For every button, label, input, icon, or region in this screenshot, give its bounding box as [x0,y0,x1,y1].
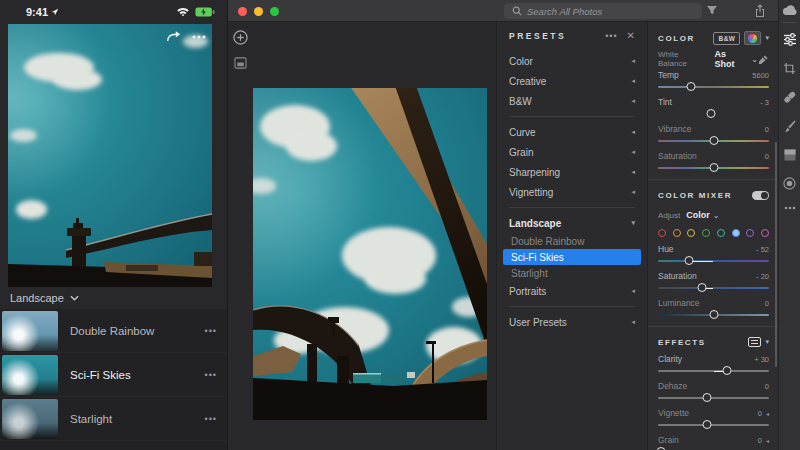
preset-group-user-presets[interactable]: User Presets◂ [509,312,635,332]
channel-green[interactable] [702,229,710,237]
mixer-saturation-value: - 20 [756,272,769,281]
preset-group-curve[interactable]: Curve◂ [509,122,635,142]
close-icon[interactable]: ✕ [627,30,635,41]
slider-knob[interactable] [707,109,716,118]
highway-scene [253,88,487,420]
channel-blue-selected[interactable] [732,229,740,237]
grid-view-icon[interactable] [234,57,247,69]
vibrance-slider[interactable] [658,136,769,146]
list-item-scifi-skies[interactable]: Sci-Fi Skies ••• [0,353,227,397]
filter-icon[interactable] [706,4,718,16]
close-window-button[interactable] [238,7,247,16]
bw-toggle-button[interactable]: B&W [713,32,740,45]
list-item-starlight[interactable]: Starlight ••• [0,397,227,441]
effects-amount-icon[interactable] [748,337,761,347]
expand-options-icon[interactable]: ◂ [766,410,769,417]
preset-group-grain[interactable]: Grain◂ [509,142,635,162]
minimize-window-button[interactable] [254,7,263,16]
slider-knob[interactable] [709,136,718,145]
overpass-scene [8,24,212,287]
preset-item-scifi-skies-selected[interactable]: Sci-Fi Skies [503,249,641,265]
slider-knob[interactable] [709,310,718,319]
dehaze-slider[interactable] [658,393,769,403]
channel-aqua[interactable] [717,229,725,237]
add-photos-icon[interactable] [233,30,248,45]
mixer-saturation-slider[interactable] [658,283,769,293]
radial-gradient-icon[interactable] [783,177,796,190]
healing-brush-icon[interactable] [783,91,796,104]
brush-icon[interactable] [784,120,796,133]
hue-slider[interactable] [658,256,769,266]
saturation-slider[interactable] [658,163,769,173]
preset-item-double-rainbow[interactable]: Double Rainbow [509,233,635,249]
preset-group-color[interactable]: Color◂ [509,51,635,71]
preset-group-bw[interactable]: B&W◂ [509,91,635,111]
vignette-label: Vignette [658,408,758,418]
divider [783,22,797,23]
search-input[interactable]: Search All Photos [504,3,702,19]
preset-group-vignetting[interactable]: Vignetting◂ [509,182,635,202]
preset-name: Sci-Fi Skies [70,369,193,381]
slider-knob[interactable] [702,420,711,429]
more-tools-icon[interactable] [784,206,796,210]
luminance-slider[interactable] [658,310,769,320]
zoom-window-button[interactable] [270,7,279,16]
slider-knob[interactable] [698,283,707,292]
expand-options-icon[interactable]: ◂ [766,437,769,444]
presets-more-icon[interactable]: ••• [605,31,617,41]
section-chevron-icon[interactable]: ▾ [765,34,769,42]
scrollbar[interactable] [775,142,777,367]
preset-group-creative[interactable]: Creative◂ [509,71,635,91]
list-item-double-rainbow[interactable]: Double Rainbow ••• [0,309,227,353]
slider-knob[interactable] [687,82,696,91]
mixer-enable-toggle[interactable] [752,191,769,200]
tint-value: - 3 [760,98,769,107]
clarity-slider[interactable] [658,366,769,376]
slider-knob[interactable] [709,163,718,172]
tint-slider[interactable] [658,109,769,119]
vignette-slider[interactable] [658,420,769,430]
channel-orange[interactable] [673,229,681,237]
more-icon[interactable]: ••• [205,370,217,380]
phone-status-bar: 9:41 [0,0,227,24]
dehaze-value: 0 [765,382,769,391]
share-icon[interactable] [166,30,182,43]
adjust-value[interactable]: Color [686,210,710,220]
slider-knob[interactable] [722,366,731,375]
channel-yellow[interactable] [687,229,695,237]
crop-icon[interactable] [783,62,796,75]
cloud-sync-icon[interactable] [782,5,798,16]
slider-knob[interactable] [685,256,694,265]
slider-knob[interactable] [702,393,711,402]
chevron-down-icon: ⌄ [751,55,758,64]
linear-gradient-icon[interactable] [784,149,796,161]
preset-group-portraits[interactable]: Portraits◂ [509,281,635,301]
export-share-icon[interactable] [754,4,766,17]
collapse-icon: ◂ [631,77,635,85]
section-chevron-icon[interactable]: ▾ [765,338,769,346]
expand-icon: ▾ [631,219,635,227]
more-icon[interactable]: ••• [205,326,217,336]
divider [648,179,778,180]
more-icon[interactable] [192,35,206,39]
channel-red[interactable] [658,229,666,237]
edit-sliders-icon[interactable] [783,33,797,46]
collection-header[interactable]: Landscape [0,287,227,309]
channel-purple[interactable] [746,229,754,237]
eyedropper-icon[interactable] [758,54,769,65]
channel-magenta[interactable] [761,229,769,237]
phone-photo[interactable] [8,24,212,287]
preset-group-sharpening[interactable]: Sharpening◂ [509,162,635,182]
temp-slider[interactable] [658,82,769,92]
preset-item-starlight[interactable]: Starlight [509,265,635,281]
preset-group-landscape[interactable]: Landscape▾ [509,213,635,233]
title-bar: Search All Photos [228,0,778,22]
chevron-down-icon [70,295,79,301]
color-mode-button[interactable] [744,31,761,45]
divider [509,116,635,117]
more-icon[interactable]: ••• [205,414,217,424]
channel-dots [658,226,769,240]
luminance-value: 0 [765,299,769,308]
main-photo[interactable] [253,88,487,420]
white-balance-value[interactable]: As Shot [714,49,748,69]
